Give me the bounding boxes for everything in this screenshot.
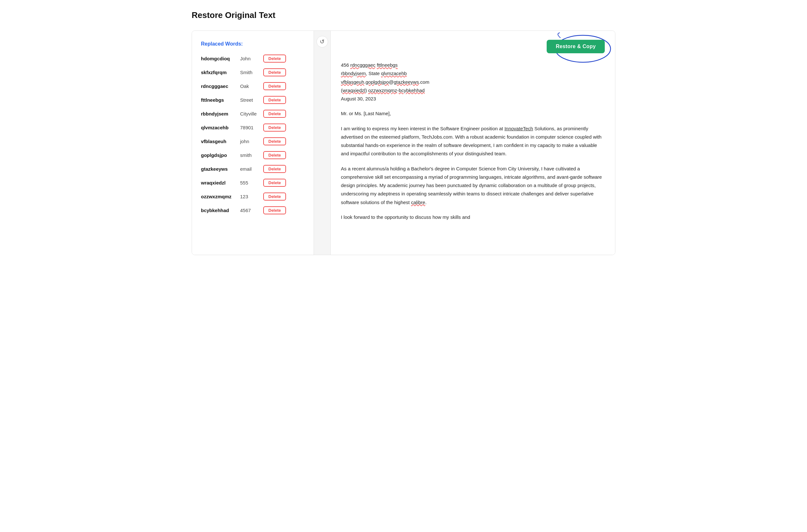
page-title: Restore Original Text — [192, 10, 615, 20]
top-bar: Restore & Copy — [341, 40, 605, 53]
restore-copy-button[interactable]: Restore & Copy — [547, 40, 605, 53]
word-row: wraqxiedzl555Delete — [201, 179, 305, 187]
word-original-6: vfblasgeuh — [201, 139, 236, 144]
address-line4: (wraqxiedzl) ozzwxzmqmz-bcybkehhad — [341, 88, 425, 93]
address-line3: vfblasgeuh.goplgdsjpo@gtazkeeyws.com — [341, 79, 429, 85]
word-replacement-5: 78901 — [240, 125, 259, 130]
word-row: fttlneebgsStreetDelete — [201, 96, 305, 104]
delete-button-7[interactable]: Delete — [263, 151, 286, 159]
word-replacement-1: Smith — [240, 70, 259, 75]
word-replacement-8: email — [240, 166, 259, 172]
word-wraqxiedzl: wraqxiedzl — [342, 88, 365, 93]
delete-button-11[interactable]: Delete — [263, 206, 286, 214]
word-original-11: bcybkehhad — [201, 208, 236, 213]
word-vfblasgeuh: vfblasgeuh — [341, 79, 364, 85]
restore-icon-button[interactable]: ↺ — [317, 36, 328, 48]
word-replacement-9: 555 — [240, 180, 259, 186]
word-goplgdsjpo: goplgdsjpo — [365, 79, 389, 85]
word-replacement-7: smith — [240, 152, 259, 158]
delete-button-5[interactable]: Delete — [263, 124, 286, 132]
word-row: gtazkeeywsemailDelete — [201, 165, 305, 173]
main-card: Replaced Words: hdomgcdioqJohnDeleteskfx… — [192, 31, 615, 255]
delete-button-4[interactable]: Delete — [263, 110, 286, 118]
word-rdncgggaec: rdncgggaec — [350, 62, 375, 68]
word-replacement-10: 123 — [240, 194, 259, 199]
word-replacement-11: 4567 — [240, 208, 259, 213]
word-row: goplgdsjposmithDelete — [201, 151, 305, 159]
word-list: hdomgcdioqJohnDeleteskfxzfqrqmSmithDelet… — [201, 55, 305, 214]
word-qlvmzacehb: qlvmzacehb — [381, 71, 407, 76]
word-gtazkeeyws: gtazkeeyws — [394, 79, 419, 85]
word-replacement-4: Cityville — [240, 111, 259, 116]
restore-icon: ↺ — [320, 38, 324, 45]
doc-para3: I look forward to the opportunity to dis… — [341, 213, 605, 222]
word-original-4: rbbndyjsem — [201, 111, 236, 116]
delete-button-6[interactable]: Delete — [263, 137, 286, 145]
address-line1: 456 rdncgggaec fttlneebgs — [341, 62, 398, 68]
word-replacement-6: john — [240, 139, 259, 144]
delete-button-1[interactable]: Delete — [263, 68, 286, 76]
delete-button-3[interactable]: Delete — [263, 96, 286, 104]
word-rbbndyjsem: rbbndyjsem — [341, 71, 366, 76]
right-panel: Restore & Copy 456 rdncgggaec fttlneebgs… — [331, 31, 615, 255]
delete-button-9[interactable]: Delete — [263, 179, 286, 187]
word-ozzwxzmqmz: ozzwxzmqmz — [368, 88, 397, 93]
word-replacement-3: Street — [240, 97, 259, 103]
word-replacement-2: Oak — [240, 83, 259, 89]
word-row: qlvmzacehb78901Delete — [201, 124, 305, 132]
delete-button-2[interactable]: Delete — [263, 82, 286, 90]
word-fttlneebgs: fttlneebgs — [377, 62, 398, 68]
calibre-underline: calibre — [411, 200, 425, 205]
word-row: bcybkehhad4567Delete — [201, 206, 305, 214]
word-original-8: gtazkeeyws — [201, 166, 236, 172]
word-original-1: skfxzfqrqm — [201, 70, 236, 75]
word-original-5: qlvmzacehb — [201, 125, 236, 130]
doc-salutation: Mr. or Ms. [Last Name], — [341, 109, 605, 118]
word-replacement-0: John — [240, 56, 259, 61]
word-original-3: fttlneebgs — [201, 97, 236, 103]
document-text: 456 rdncgggaec fttlneebgs rbbndyjsem, St… — [341, 61, 605, 222]
address-line2: rbbndyjsem, State qlvmzacehb — [341, 71, 407, 76]
word-row: ozzwxzmqmz123Delete — [201, 192, 305, 201]
word-original-10: ozzwxzmqmz — [201, 194, 236, 199]
word-bcybkehhad: bcybkehhad — [399, 88, 425, 93]
word-row: rdncgggaecOakDelete — [201, 82, 305, 90]
delete-button-8[interactable]: Delete — [263, 165, 286, 173]
left-panel: Replaced Words: hdomgcdioqJohnDeleteskfx… — [192, 31, 314, 255]
word-row: hdomgcdioqJohnDelete — [201, 55, 305, 62]
doc-para1: I am writing to express my keen interest… — [341, 125, 605, 158]
replaced-words-label: Replaced Words: — [201, 41, 305, 47]
word-original-2: rdncgggaec — [201, 83, 236, 89]
word-row: vfblasgeuhjohnDelete — [201, 137, 305, 145]
word-original-7: goplgdsjpo — [201, 152, 236, 158]
word-original-0: hdomgcdioq — [201, 56, 236, 61]
word-original-9: wraqxiedzl — [201, 180, 236, 186]
doc-para2: As a recent alumnus/a holding a Bachelor… — [341, 165, 605, 207]
divider-col: ↺ — [314, 31, 331, 255]
word-row: skfxzfqrqmSmithDelete — [201, 68, 305, 76]
delete-button-10[interactable]: Delete — [263, 192, 286, 201]
page-container: Restore Original Text Replaced Words: hd… — [179, 0, 628, 265]
doc-date: August 30, 2023 — [341, 96, 376, 101]
delete-button-0[interactable]: Delete — [263, 55, 286, 62]
word-row: rbbndyjsemCityvilleDelete — [201, 110, 305, 118]
address-block: 456 rdncgggaec fttlneebgs rbbndyjsem, St… — [341, 61, 605, 103]
innovatetech-underline: InnovateTech — [504, 126, 533, 131]
